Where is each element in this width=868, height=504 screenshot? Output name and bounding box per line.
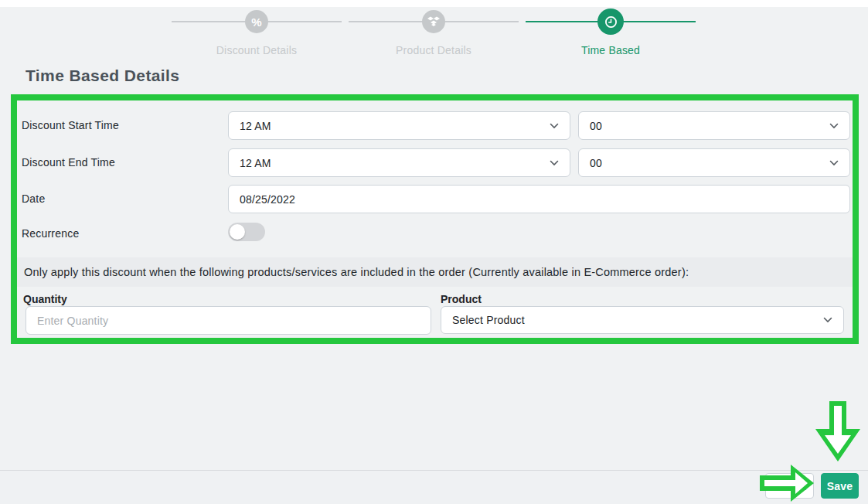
page-title: Time Based Details xyxy=(26,66,179,85)
product-box-icon xyxy=(422,10,445,33)
recurrence-label: Recurrence xyxy=(22,227,79,240)
end-hour-value: 12 AM xyxy=(240,157,271,169)
chevron-down-icon xyxy=(829,160,839,166)
annotation-arrow-right-icon xyxy=(760,463,815,504)
top-strip xyxy=(0,0,868,7)
chevron-down-icon xyxy=(550,160,559,166)
start-minute-select[interactable]: 00 xyxy=(578,111,850,140)
date-label: Date xyxy=(22,192,45,205)
end-hour-select[interactable]: 12 AM xyxy=(228,148,570,177)
product-select-value: Select Product xyxy=(452,314,525,326)
chevron-down-icon xyxy=(829,123,839,129)
wizard-stepper: % Discount Details Product Details Time … xyxy=(172,10,696,53)
chevron-down-icon xyxy=(823,317,832,323)
quantity-label: Quantity xyxy=(23,293,67,305)
step-label: Discount Details xyxy=(172,44,342,56)
save-button[interactable]: Save xyxy=(821,473,859,499)
percent-glyph: % xyxy=(251,15,261,29)
step-label: Product Details xyxy=(349,44,519,56)
product-select[interactable]: Select Product xyxy=(441,306,844,334)
start-hour-select[interactable]: 12 AM xyxy=(228,111,570,140)
quantity-input[interactable] xyxy=(26,306,431,335)
percent-icon: % xyxy=(245,10,268,33)
end-minute-select[interactable]: 00 xyxy=(578,148,850,177)
recurrence-toggle[interactable] xyxy=(228,223,265,241)
step-product-details[interactable]: Product Details xyxy=(349,10,519,53)
product-label: Product xyxy=(441,293,482,305)
step-time-based[interactable]: Time Based xyxy=(526,10,696,53)
annotation-arrow-down-icon xyxy=(814,401,862,466)
toggle-knob xyxy=(230,224,245,240)
step-discount-details[interactable]: % Discount Details xyxy=(172,10,342,53)
clock-icon xyxy=(597,9,624,35)
footer-bar xyxy=(0,470,868,504)
chevron-down-icon xyxy=(550,123,559,129)
step-label: Time Based xyxy=(526,44,696,56)
start-hour-value: 12 AM xyxy=(240,120,271,132)
date-input[interactable] xyxy=(228,185,850,213)
start-minute-value: 00 xyxy=(590,120,602,132)
time-based-form-highlight: Discount Start Time 12 AM 00 Discount En… xyxy=(11,94,859,344)
end-minute-value: 00 xyxy=(590,157,602,169)
products-note: Only apply this discount when the follow… xyxy=(17,257,853,287)
discount-start-time-label: Discount Start Time xyxy=(22,119,119,131)
discount-end-time-label: Discount End Time xyxy=(22,156,115,169)
